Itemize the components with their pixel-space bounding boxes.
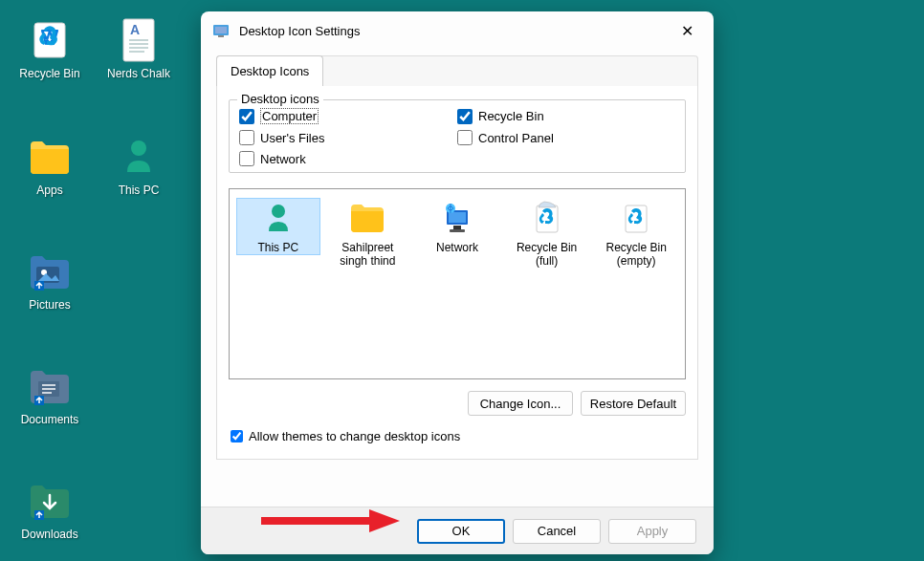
preview-label: Network [436, 241, 478, 254]
checkbox-network[interactable]: Network [239, 151, 457, 166]
preview-network[interactable]: Network [416, 199, 498, 254]
svg-rect-24 [450, 229, 465, 232]
desktop-icon-label: This PC [119, 183, 160, 197]
folder-icon [348, 199, 386, 237]
checkbox-users-files[interactable]: User's Files [239, 130, 457, 145]
preview-recycle-bin-empty[interactable]: Recycle Bin (empty) [595, 199, 677, 269]
change-icon-button[interactable]: Change Icon... [468, 391, 573, 416]
checkbox-computer-input[interactable] [239, 109, 254, 124]
close-icon: ✕ [681, 22, 693, 40]
checkbox-label: Allow themes to change desktop icons [249, 429, 460, 443]
preview-label: Recycle Bin (full) [506, 241, 588, 269]
desktop-icon-label: Apps [36, 183, 62, 197]
desktop-icon-label: Nerds Chalk [107, 67, 170, 80]
downloads-folder-icon [27, 478, 73, 524]
desktop-icon-recycle-bin[interactable]: Recycle Bin [11, 17, 88, 80]
svg-point-16 [131, 140, 146, 156]
desktop-icon-label: Recycle Bin [19, 67, 79, 80]
recycle-bin-icon [27, 17, 73, 63]
apply-button[interactable]: Apply [608, 519, 696, 544]
recycle-bin-full-icon [528, 199, 566, 237]
preview-label: Recycle Bin (empty) [595, 241, 677, 269]
restore-default-button[interactable]: Restore Default [581, 391, 686, 416]
desktop-icon-pictures[interactable]: Pictures [11, 248, 88, 312]
checkbox-users-files-input[interactable] [239, 130, 254, 145]
checkbox-label: Recycle Bin [478, 109, 544, 123]
svg-point-20 [272, 205, 285, 218]
checkbox-control-panel[interactable]: Control Panel [457, 130, 675, 145]
tab-desktop-icons[interactable]: Desktop Icons [216, 55, 323, 86]
desktop-icon-downloads[interactable]: Downloads [11, 478, 88, 541]
groupbox-title: Desktop icons [237, 92, 323, 106]
svg-rect-22 [449, 212, 466, 223]
dialog-footer: OK Cancel Apply [201, 507, 714, 554]
checkbox-label: Computer [260, 108, 319, 124]
preview-label: This PC [257, 241, 298, 254]
checkbox-allow-themes-input[interactable] [231, 430, 243, 442]
preview-recycle-bin-full[interactable]: Recycle Bin (full) [506, 199, 588, 269]
checkbox-label: Network [260, 152, 306, 166]
preview-this-pc[interactable]: This PC [237, 199, 319, 254]
control-panel-icon [212, 22, 230, 39]
desktop-icon-label: Pictures [29, 298, 70, 312]
desktop-icon-nerds-chalk[interactable]: A Nerds Chalk [100, 17, 177, 80]
svg-rect-19 [218, 35, 224, 37]
ok-button[interactable]: OK [417, 519, 505, 544]
checkbox-control-panel-input[interactable] [457, 130, 473, 145]
dialog-title: Desktop Icon Settings [239, 24, 360, 38]
desktop-icon-label: Downloads [21, 528, 77, 541]
document-icon: A [116, 17, 162, 63]
icon-preview-list: This PC Sahilpreet singh thind Network [229, 188, 686, 379]
documents-folder-icon [27, 363, 73, 409]
desktop-icon-documents[interactable]: Documents [11, 363, 88, 426]
svg-rect-23 [453, 226, 461, 229]
desktop-icon-this-pc[interactable]: This PC [100, 134, 177, 197]
checkbox-network-input[interactable] [239, 151, 254, 166]
network-icon [438, 199, 476, 237]
checkbox-label: Control Panel [478, 131, 554, 145]
recycle-bin-empty-icon [617, 199, 655, 237]
svg-text:A: A [130, 22, 140, 37]
checkbox-allow-themes[interactable]: Allow themes to change desktop icons [229, 429, 686, 443]
checkbox-recycle-bin-input[interactable] [457, 109, 473, 124]
checkbox-computer[interactable]: Computer [239, 108, 457, 124]
tab-strip: Desktop Icons [216, 55, 698, 86]
dialog-desktop-icon-settings: Desktop Icon Settings ✕ Desktop Icons De… [201, 11, 714, 554]
folder-icon [27, 134, 73, 180]
groupbox-desktop-icons: Desktop icons Computer Recycle Bin User'… [229, 99, 686, 173]
this-pc-icon [259, 199, 297, 237]
close-button[interactable]: ✕ [668, 11, 706, 50]
preview-user-folder[interactable]: Sahilpreet singh thind [327, 199, 409, 269]
preview-label: Sahilpreet singh thind [327, 241, 409, 269]
desktop-icon-label: Documents [21, 413, 79, 426]
titlebar[interactable]: Desktop Icon Settings ✕ [201, 11, 714, 50]
checkbox-recycle-bin[interactable]: Recycle Bin [457, 108, 675, 124]
svg-rect-18 [215, 27, 227, 33]
checkbox-label: User's Files [260, 131, 325, 145]
pictures-folder-icon [27, 248, 73, 294]
desktop-icon-apps[interactable]: Apps [11, 134, 88, 197]
cancel-button[interactable]: Cancel [513, 519, 601, 544]
tab-panel: Desktop icons Computer Recycle Bin User'… [216, 86, 698, 460]
this-pc-icon [116, 134, 162, 180]
